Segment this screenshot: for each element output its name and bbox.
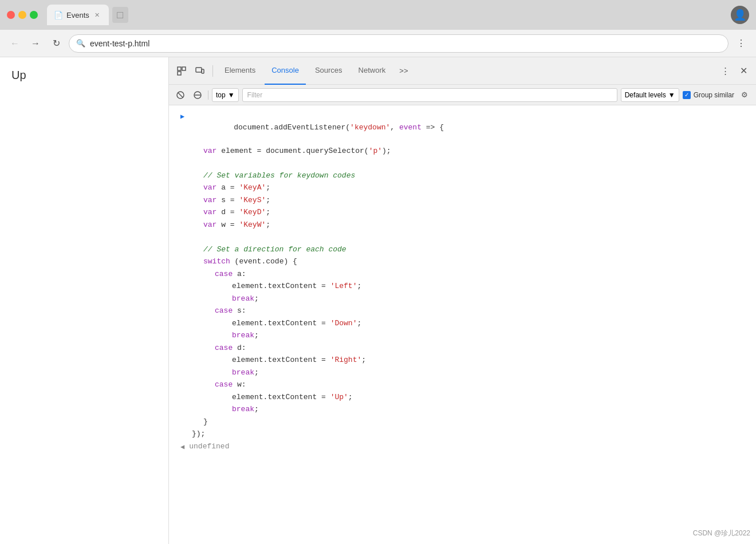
main-content: Up Elements Cons [0,57,756,544]
console-toolbar-separator [208,90,208,100]
dropdown-arrow-icon: ▼ [228,91,235,99]
devtools-more-button[interactable]: ⋮ [717,63,733,79]
console-break-s: break; [169,329,756,342]
console-var-d: var d = 'KeyD'; [169,206,756,219]
address-bar[interactable]: 🔍 event-test-p.html [69,34,729,53]
traffic-lights [7,11,38,19]
result-value: undefined [189,441,229,452]
console-output: ▶ document.addEventListener('keydown', e… [169,105,756,544]
console-line-2: var element = document.querySelector('p'… [169,145,756,157]
console-textcontent-up: element.textContent = 'Up'; [169,391,756,404]
group-similar-label: Group similar [694,91,734,99]
address-text: event-test-p.html [90,39,149,48]
console-comment-1: // Set variables for keydown codes [169,169,756,182]
profile-icon: 👤 [734,9,746,21]
nav-bar: ← → ↻ 🔍 event-test-p.html ⋮ [0,30,756,57]
console-case-s: case s: [169,305,756,317]
more-tabs-button[interactable]: >> [395,64,412,77]
console-case-w: case w: [169,379,756,391]
tab-document-icon: 📄 [54,11,63,19]
devtools-panel: Elements Console Sources Network >> ⋮ ✕ [169,57,756,544]
browser-viewport: Up [0,57,169,544]
minimize-button[interactable] [18,11,26,19]
console-entry: ▶ document.addEventListener('keydown', e… [169,110,756,145]
console-case-d: case d: [169,342,756,354]
input-arrow-icon: ▶ [180,112,184,122]
tab-network[interactable]: Network [352,57,393,85]
group-similar-checkbox[interactable]: ✓ [683,91,691,99]
svg-rect-1 [178,72,181,75]
levels-dropdown-icon: ▼ [668,91,675,99]
tab-close-button[interactable]: ✕ [93,10,102,19]
devtools-toolbar: Elements Console Sources Network >> ⋮ ✕ [169,57,756,85]
search-icon: 🔍 [76,39,85,48]
console-close-listener: }); [169,428,756,440]
console-break-a: break; [169,293,756,305]
browser-tab[interactable]: 📄 Events ✕ [47,5,109,25]
maximize-button[interactable] [30,11,38,19]
code-block: document.addEventListener('keydown', eve… [189,111,751,144]
console-result: ◀ undefined [169,440,756,453]
console-blank-2 [169,231,756,243]
console-break-w: break; [169,403,756,416]
svg-rect-0 [178,67,181,70]
console-textcontent-right: element.textContent = 'Right'; [169,354,756,366]
filter-input[interactable]: Filter [242,88,617,102]
svg-rect-3 [196,68,202,72]
console-var-a: var a = 'KeyA'; [169,182,756,194]
viewport-text: Up [11,69,26,82]
console-close-switch: } [169,416,756,428]
devtools-close-button[interactable]: ✕ [735,63,751,79]
watermark: CSDN @珍儿2022 [693,529,750,538]
console-var-s: var s = 'KeyS'; [169,194,756,207]
forward-button[interactable]: → [27,36,44,52]
context-selector[interactable]: top ▼ [212,88,239,102]
inspector-icon[interactable] [174,63,190,79]
clear-console-button[interactable] [174,88,187,102]
group-similar-control[interactable]: ✓ Group similar [683,91,734,99]
close-button[interactable] [7,11,15,19]
toolbar-separator [212,65,213,77]
tab-title: Events [66,11,89,19]
title-bar: 📄 Events ✕ □ 👤 [0,0,756,30]
console-textcontent-left: element.textContent = 'Left'; [169,280,756,293]
svg-rect-2 [182,67,186,70]
new-tab-button[interactable]: □ [112,7,128,23]
svg-rect-4 [202,69,204,73]
console-var-w: var w = 'KeyW'; [169,219,756,231]
console-blank-1 [169,157,756,169]
back-button[interactable]: ← [7,36,23,52]
tab-area: 📄 Events ✕ □ [47,5,726,25]
no-entry-button[interactable] [191,88,204,102]
console-toolbar: top ▼ Filter Default levels ▼ ✓ Group si… [169,85,756,105]
responsive-icon[interactable] [192,63,208,79]
tab-elements[interactable]: Elements [218,57,262,85]
console-comment-2: // Set a direction for each code [169,243,756,256]
profile-button[interactable]: 👤 [731,6,749,24]
tab-console[interactable]: Console [265,57,306,85]
reload-button[interactable]: ↻ [48,36,64,52]
svg-line-6 [178,93,183,97]
log-levels-selector[interactable]: Default levels ▼ [621,88,679,102]
result-arrow-icon: ◀ [180,442,184,452]
menu-button[interactable]: ⋮ [733,36,749,52]
tab-sources[interactable]: Sources [308,57,349,85]
console-case-a: case a: [169,268,756,281]
console-switch: switch (event.code) { [169,255,756,268]
console-textcontent-down: element.textContent = 'Down'; [169,317,756,330]
console-settings-button[interactable]: ⚙ [738,88,751,102]
console-break-d: break; [169,366,756,379]
